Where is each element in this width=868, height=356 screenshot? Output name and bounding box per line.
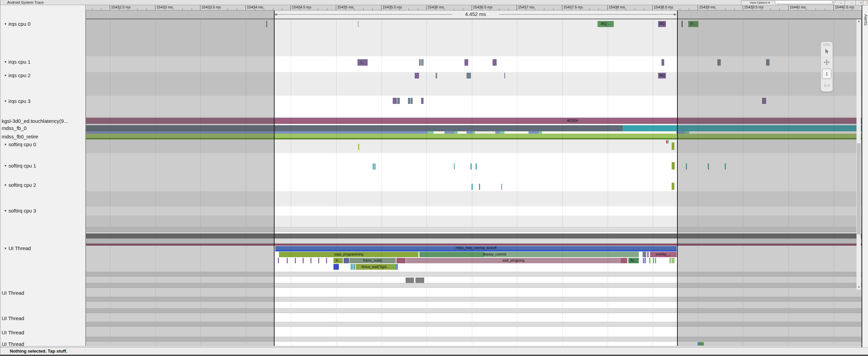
trace-slice[interactable] [444, 131, 454, 134]
trace-slice[interactable] [708, 163, 709, 170]
trace-slice[interactable] [661, 59, 664, 66]
trace-slice[interactable] [673, 258, 674, 263]
process-header-row[interactable]: ▸com.prefabulated.touchlatency (pid 9564… [0, 227, 862, 232]
trace-slice[interactable] [686, 163, 687, 170]
trace-slice[interactable] [434, 131, 444, 134]
collapse-triangle-icon[interactable]: ▾ [2, 60, 8, 64]
trace-slice[interactable] [542, 131, 676, 134]
trace-slice[interactable] [539, 131, 542, 134]
trace-slice[interactable] [466, 73, 471, 79]
trace-slice[interactable] [396, 258, 406, 263]
trace-slice[interactable] [422, 59, 424, 66]
trace-slice[interactable] [86, 244, 862, 246]
collapse-triangle-icon[interactable]: ▾ [2, 183, 8, 187]
trace-slice[interactable] [419, 252, 484, 257]
sidebar-track-label[interactable]: ▾softirq cpu 1 [0, 162, 85, 169]
trace-slice[interactable] [501, 184, 502, 190]
trace-slice[interactable] [643, 252, 646, 257]
drag-handle[interactable] [823, 43, 830, 46]
trace-slice[interactable] [397, 264, 398, 270]
process-header-row[interactable]: ▸kworker/u8:8 (pid 892) [0, 297, 862, 302]
trace-slice[interactable] [303, 258, 304, 263]
trace-slice[interactable] [421, 59, 422, 66]
selection-tool-button[interactable] [822, 47, 831, 57]
sidebar-track-label[interactable]: ▾softirq cpu 0 [0, 141, 85, 147]
trace-slice[interactable] [318, 258, 319, 263]
trace-slice-labeled[interactable]: overlay_... [650, 252, 677, 257]
process-header-row[interactable]: ▾kworker/u8:5 (pid 9667) [0, 283, 862, 288]
trace-slice[interactable] [333, 264, 339, 270]
scroll-down-arrow-icon[interactable]: ▼ [857, 285, 861, 289]
zoom-tool-button[interactable]: ↕ [822, 69, 831, 79]
trace-slice[interactable] [643, 258, 644, 263]
trace-slice[interactable] [681, 21, 683, 27]
collapse-triangle-icon[interactable]: ▾ [2, 246, 8, 250]
trace-slice[interactable] [668, 140, 669, 143]
trace-slice[interactable] [351, 264, 352, 270]
trace-slice[interactable] [419, 59, 420, 66]
trace-slice[interactable] [689, 131, 862, 134]
trace-slice[interactable] [762, 98, 766, 104]
sidebar-track-label[interactable]: ▾UI Thread [0, 245, 85, 251]
sidebar-track-label[interactable]: ▾irqs cpu 0 [0, 21, 85, 27]
trace-slice[interactable] [473, 131, 475, 134]
trace-slice[interactable] [454, 163, 455, 170]
trace-slice[interactable] [374, 163, 375, 170]
pan-tool-button[interactable] [822, 58, 831, 68]
sidebar-track-label[interactable]: ▾irqs cpu 2 [0, 72, 85, 78]
trace-slice[interactable] [670, 258, 671, 263]
trace-slice[interactable] [493, 59, 497, 66]
trace-slice-labeled[interactable]: fence_wait("kgsl... [356, 264, 395, 270]
trace-slice[interactable] [645, 258, 646, 263]
collapse-triangle-icon[interactable]: ▾ [2, 22, 8, 26]
process-header-row[interactable]: ▾mdss_fb0 (pid 6848) [0, 239, 862, 244]
trace-slice[interactable] [310, 258, 311, 263]
collapse-triangle-icon[interactable]: ▾ [2, 164, 8, 168]
trace-slice[interactable] [504, 73, 505, 79]
trace-slice[interactable] [458, 131, 466, 134]
trace-slice[interactable] [415, 73, 419, 79]
trace-slice[interactable] [500, 131, 504, 134]
sidebar-track-label[interactable]: ▾irqs cpu 1 [0, 59, 85, 65]
trace-slice[interactable] [454, 131, 458, 134]
trace-slice[interactable] [358, 21, 359, 27]
trace-slice[interactable] [647, 252, 649, 257]
sidebar-track-label[interactable]: ▾irqs cpu 3 [0, 98, 85, 104]
sidebar-track-label[interactable]: UI Thread [0, 290, 85, 296]
trace-slice[interactable] [86, 233, 862, 239]
trace-slice[interactable] [86, 131, 428, 134]
timeline-ruler[interactable]: 15432.5 ms15433 ms15433.5 ms15434 ms1543… [86, 5, 861, 10]
trace-slice[interactable] [397, 98, 400, 104]
trace-slice-labeled[interactable]: IRQ [658, 21, 666, 27]
trace-slice[interactable] [653, 258, 654, 263]
trace-slice[interactable] [393, 98, 397, 104]
trace-slice[interactable] [672, 162, 675, 170]
process-header-row[interactable]: ▾kworker/u8:3 (pid 9559) [0, 308, 862, 313]
trace-slice[interactable] [266, 21, 267, 27]
trace-slice[interactable] [411, 98, 413, 104]
trace-slice[interactable] [287, 258, 288, 263]
sidebar-track-label[interactable]: UI Thread [0, 329, 85, 335]
trace-slice[interactable] [428, 131, 434, 134]
sidebar-track-label[interactable]: UI Thread [0, 341, 85, 347]
trace-slice[interactable] [672, 142, 674, 150]
trace-slice[interactable] [655, 258, 656, 263]
trace-slice-labeled[interactable]: IRQ [658, 73, 666, 79]
trace-slice[interactable] [685, 131, 689, 134]
trace-slice[interactable] [725, 163, 726, 170]
trace-slice[interactable] [649, 258, 650, 263]
trace-slice[interactable] [504, 131, 528, 134]
sidebar-track-label[interactable]: mdss_fb_0 [0, 125, 85, 131]
trace-slice[interactable] [475, 131, 495, 134]
trace-slice[interactable] [476, 163, 477, 170]
trace-slice[interactable] [623, 125, 862, 131]
trace-slice[interactable] [672, 183, 674, 190]
trace-slice[interactable] [295, 258, 296, 263]
trace-slice-labeled[interactable]: IRQ ... [598, 21, 614, 27]
trace-slice[interactable] [354, 264, 355, 270]
trace-slice[interactable] [86, 118, 862, 124]
process-header-row[interactable]: ▸kworker/u8:1 (pid 9673) [0, 272, 862, 276]
trace-slice[interactable] [717, 59, 721, 66]
alerts-panel-tab[interactable]: Alerts [862, 5, 868, 347]
trace-slice-labeled[interactable]: m... [333, 258, 343, 263]
